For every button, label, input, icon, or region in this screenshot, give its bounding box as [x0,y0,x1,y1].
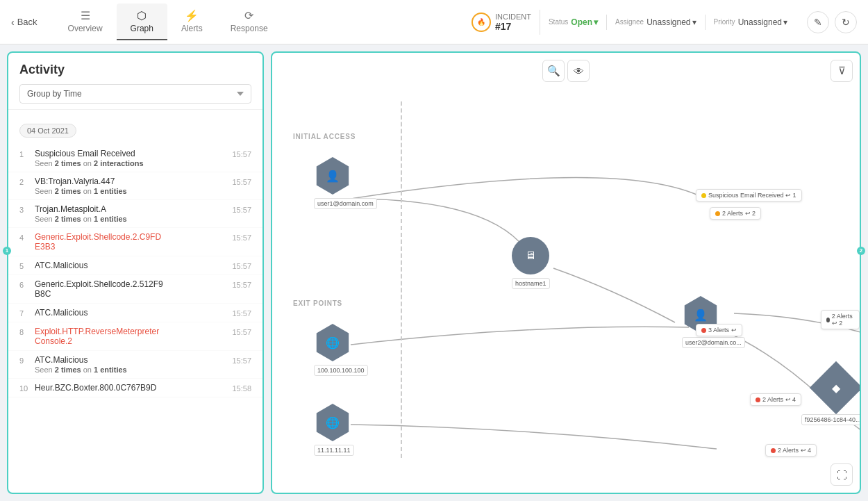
status-value: Open [571,17,592,27]
eye-icon: 👁 [574,65,584,77]
alerts-2-text: 2 Alerts ↩ 2 [722,210,756,217]
activity-panel: Activity Group by Time Group by Entity G… [7,51,264,494]
list-item: 8 Exploit.HTTP.ReverseMeterpreterConsole… [8,322,262,351]
list-item: 2 VB:Trojan.Valyria.447 Seen 2 times on … [8,172,262,200]
graph-content: INITIAL ACCESS 👤 user1@domain.com EXIT P… [272,53,860,493]
graph-toolbar: 🔍 👁 [542,60,590,82]
activity-name-6[interactable]: Generic.Exploit.Shellcode.2.512F9B8C [35,279,226,299]
priority-chevron-icon: ▾ [783,17,787,27]
back-arrow-icon: ‹ [11,17,15,28]
list-item: 10 Heur.BZC.Boxter.800.0C767B9D 15:58 [8,379,262,397]
exit-points-label: EXIT POINTS [293,299,342,307]
graph-search-button[interactable]: 🔍 [542,60,565,82]
assignee-label: Assignee [615,18,644,26]
priority-group: Priority Unassigned ▾ [706,15,796,30]
tab-response[interactable]: ⟳ Response [217,3,282,40]
status-label: Status [549,18,568,26]
activity-header: Activity Group by Time Group by Entity G… [8,53,262,110]
ip1-node[interactable]: 🌐 100.100.100.100 [314,324,368,376]
alerts-2-user2-text: 2 Alerts ↩ 2 [832,313,854,327]
tab-overview[interactable]: ☰ Overview [54,3,117,40]
incident-badge: 🔥 INCIDENT #17 [463,10,540,35]
alerts-3-label-node: 3 Alerts ↩ [696,324,742,336]
date-separator: 04 Oct 2021 [8,120,262,142]
activity-name-7[interactable]: ATC.Malicious [35,308,226,318]
response-icon: ⟳ [244,9,253,22]
assignee-value: Unassigned [646,17,690,27]
ip1-label: 100.100.100.100 [314,365,368,376]
user1-hex-icon: 👤 [314,157,351,195]
ip1-hex-icon: 🌐 [314,324,351,361]
top-nav: ‹ Back ☰ Overview ⬡ Graph ⚡ Alerts ⟳ Res… [0,0,868,44]
back-button[interactable]: ‹ Back [11,17,37,28]
tab-alerts[interactable]: ⚡ Alerts [167,3,217,40]
list-item: 3 Trojan.Metasploit.A Seen 2 times on 1 … [8,200,262,228]
refresh-button[interactable]: ↻ [835,11,857,33]
activity-name-4[interactable]: Generic.Exploit.Shellcode.2.C9FDE3B3 [35,232,226,252]
assignee-chevron-icon: ▾ [692,17,696,27]
left-connector-label: 1 [6,247,8,254]
activity-name-10[interactable]: Heur.BZC.Boxter.800.0C767B9D [35,383,226,393]
list-item: 7 ATC.Malicious 15:57 [8,304,262,322]
suspicious-email-text: Suspicious Email Received ↩ 1 [708,192,796,199]
back-label: Back [17,17,37,27]
user1-node[interactable]: 👤 user1@domain.com [314,157,377,209]
search-icon: 🔍 [547,65,560,77]
hostname1-label: hostname1 [512,278,550,289]
tab-alerts-label: Alerts [181,24,203,33]
orange-dot-1 [715,211,720,216]
priority-dropdown[interactable]: Unassigned ▾ [738,17,787,27]
tab-response-label: Response [231,24,268,33]
alerts-icon: ⚡ [185,9,199,22]
red-dot-3 [771,448,776,453]
minimap-button[interactable]: ⛶ [831,463,853,486]
red-dot-1 [701,328,706,333]
alerts-2-user2-label-node: 2 Alerts ↩ 2 [821,310,860,329]
activity-name-3[interactable]: Trojan.Metasploit.A [35,204,226,214]
incident-label: INCIDENT [495,13,531,21]
right-connector-dot: 2 [857,247,865,255]
overview-icon: ☰ [81,9,90,22]
diamond-icon: ◆ [832,381,840,395]
tab-graph-label: Graph [131,24,153,33]
filter-button[interactable]: ⊽ [831,60,853,82]
diamond-node[interactable]: ◆ [810,361,861,414]
filter-icon: ⊽ [838,65,846,77]
main-content: 1 Activity Group by Time Group by Entity… [0,44,868,501]
list-item: 4 Generic.Exploit.Shellcode.2.C9FDE3B3 1… [8,228,262,256]
list-item: 9 ATC.Malicious Seen 2 times on 1 entiti… [8,351,262,379]
list-item: 5 ATC.Malicious 15:57 [8,256,262,275]
user2-node[interactable]: 👤 user2@domain.co... [682,296,745,348]
activity-name-8[interactable]: Exploit.HTTP.ReverseMeterpreterConsole.2 [35,327,226,346]
alerts-2-user3-label-node: 2 Alerts ↩ 4 [765,444,817,457]
graph-panel: 🔍 👁 ⊽ ⛶ [271,51,861,494]
ip2-node[interactable]: 🌐 11.11.11.11 [314,404,354,456]
initial-access-label: INITIAL ACCESS [293,133,356,140]
activity-name-9[interactable]: ATC.Malicious [35,355,226,365]
graph-lines-svg [272,53,860,493]
left-connector-dot: 1 [3,247,11,255]
ip2-hex-icon: 🌐 [314,404,351,441]
assignee-dropdown[interactable]: Unassigned ▾ [646,17,696,27]
app-container: ‹ Back ☰ Overview ⬡ Graph ⚡ Alerts ⟳ Res… [0,0,868,501]
graph-eye-button[interactable]: 👁 [567,60,590,82]
activity-name-1[interactable]: Suspicious Email Received [35,149,226,158]
nav-tabs: ☰ Overview ⬡ Graph ⚡ Alerts ⟳ Response [54,3,452,40]
user1-label: user1@domain.com [314,198,377,209]
minimap-icon: ⛶ [837,469,847,481]
alerts-2-user3-text: 2 Alerts ↩ 4 [778,447,811,454]
activity-name-2[interactable]: VB:Trojan.Valyria.447 [35,176,226,186]
divider-line-2 [401,101,402,458]
activity-name-5[interactable]: ATC.Malicious [35,261,226,270]
tab-overview-label: Overview [68,24,103,33]
tab-graph[interactable]: ⬡ Graph [117,3,167,40]
yellow-dot [701,193,706,198]
edit-button[interactable]: ✎ [807,11,829,33]
activity-title: Activity [19,63,251,77]
incident-icon: 🔥 [471,13,491,32]
group-by-select[interactable]: Group by Time Group by Entity Group by A… [19,84,251,104]
status-dropdown[interactable]: Open ▾ [571,17,598,27]
hostname1-node[interactable]: 🖥 hostname1 [512,237,550,289]
alerts-2-label-node: 2 Alerts ↩ 2 [710,207,761,220]
status-chevron-icon: ▾ [594,17,598,27]
